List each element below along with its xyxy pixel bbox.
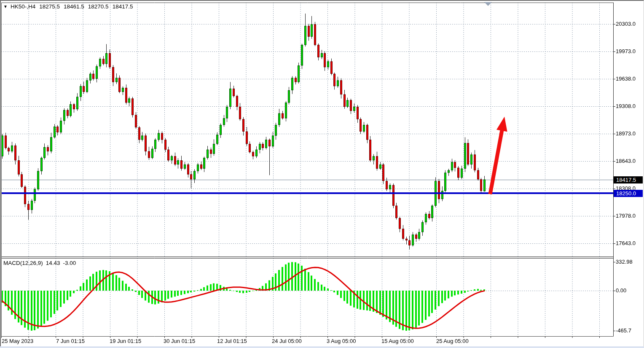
macd-header: MACD(12,26,9)14.43-3.00 [3,260,76,266]
price-axis-label: 18973.0 [616,130,636,137]
macd-label: MACD(12,26,9) [3,260,43,266]
time-axis-label: 19 Jun 01:15 [110,338,141,344]
time-axis-label: 24 Jul 05:00 [272,338,302,344]
chart-canvas[interactable] [0,0,644,348]
macd-main-value: 14.43 [46,260,60,266]
price-axis-label: 19308.0 [616,103,636,110]
time-axis-label: 30 Jun 01:15 [164,338,195,344]
price-axis-label: 19973.0 [616,48,636,55]
ohlc-header: ▼HK50-,H418275.518461.518270.518417.5 [3,3,133,10]
macd-axis-label: 332.98 [616,259,633,265]
trading-chart-window: ▼HK50-,H418275.518461.518270.518417.5 MA… [0,0,644,348]
open-value: 18275.5 [39,3,60,10]
time-axis[interactable] [0,336,644,346]
time-axis-label: 3 Aug 05:00 [327,338,356,344]
symbol-expand-icon[interactable]: ▼ [3,4,8,9]
low-value: 18270.5 [88,3,109,10]
hline-price-tag: 18250.0 [614,190,643,197]
close-value: 18417.5 [113,3,133,10]
time-axis-label: 25 Aug 05:00 [436,338,469,344]
price-axis-label: 20303.0 [616,21,636,27]
time-axis-label: 12 Jul 01:15 [217,338,247,344]
time-axis-label: 25 May 2023 [2,338,33,344]
current-price-tag: 18417.5 [614,176,643,183]
time-axis-label: 7 Jun 01:15 [56,338,85,344]
price-axis-label: 17978.0 [616,213,636,219]
price-axis-label: 17643.0 [616,240,636,247]
chart-shift-marker-icon[interactable] [484,2,492,6]
high-value: 18461.5 [64,3,84,10]
symbol-timeframe-label: HK50-,H4 [11,3,35,10]
macd-signal-value: -3.00 [63,260,76,266]
time-axis-label: 15 Aug 05:00 [381,338,414,344]
macd-axis-label: 0.00 [616,287,626,294]
price-axis-label: 18643.0 [616,158,636,165]
price-axis-label: 19638.0 [616,76,636,82]
macd-axis-label: -465.7 [616,327,631,334]
